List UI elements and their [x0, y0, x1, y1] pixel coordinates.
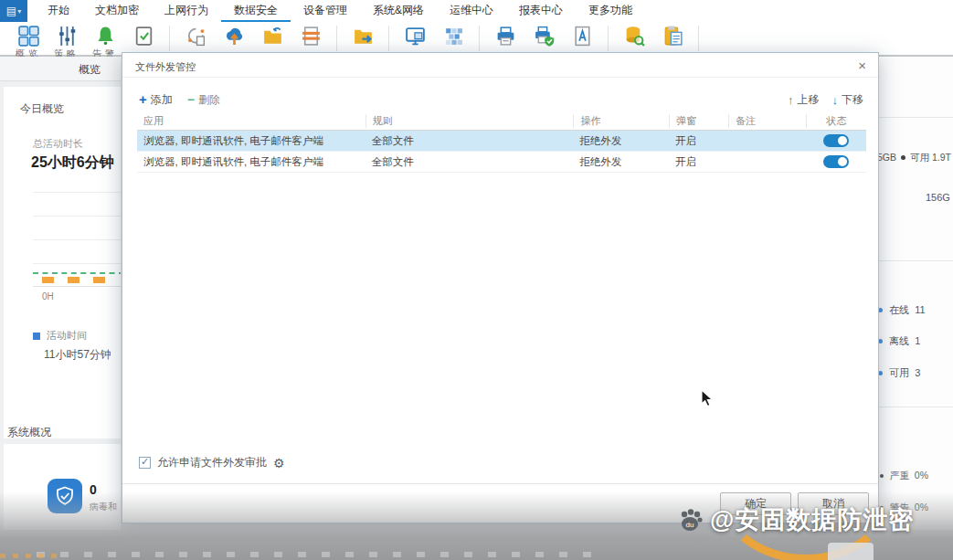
cell-rule: 全部文件	[365, 134, 574, 148]
shield-badge	[48, 479, 82, 513]
move-down-button[interactable]: ↓ 下移	[832, 92, 864, 108]
gear-icon[interactable]: ⚙	[273, 456, 285, 470]
add-button[interactable]: + 添加	[139, 92, 173, 108]
toolbar-separator	[608, 26, 609, 51]
dialog-title: 文件外发管控	[135, 60, 196, 74]
print-document-icon	[300, 25, 323, 48]
toolbar-data-discovery-button[interactable]	[615, 25, 653, 48]
printer-icon	[494, 25, 517, 48]
divider	[876, 260, 953, 261]
approval-task-icon	[132, 25, 155, 48]
toolbar-clipboard-button[interactable]	[653, 25, 692, 48]
column-header-remark[interactable]: 备注	[728, 114, 806, 128]
toolbar-policy-button[interactable]: 策略	[48, 25, 86, 60]
move-down-label: 下移	[842, 92, 863, 108]
dialog-titlebar[interactable]: 文件外发管控 ×	[122, 53, 878, 78]
column-header-app[interactable]: 应用	[137, 114, 365, 128]
toolbar-approval-button[interactable]	[124, 25, 163, 48]
chart-bar	[93, 277, 105, 283]
screen-watermark-icon	[404, 25, 427, 48]
menu-item-more-functions[interactable]: 更多功能	[576, 0, 645, 22]
status-toggle[interactable]	[823, 134, 849, 147]
chart-bar	[42, 277, 54, 283]
total-activity-value: 25小时6分钟	[31, 153, 114, 173]
menu-item-web-behavior[interactable]: 上网行为	[152, 0, 221, 22]
app-icon: ▤	[6, 5, 16, 17]
stat-available: 可用 3	[876, 366, 920, 380]
menu-item-data-security[interactable]: 数据安全	[221, 0, 291, 22]
menu-item-system-network[interactable]: 系统&网络	[360, 0, 437, 22]
toolbar-printer-button[interactable]	[486, 25, 524, 48]
toolbar-file-outgoing-button[interactable]	[344, 25, 382, 48]
approval-row: 允许申请文件外发审批 ⚙	[139, 455, 285, 470]
cell-popup: 开启	[669, 134, 728, 148]
cell-app: 浏览器, 即时通讯软件, 电子邮件客户端	[137, 134, 365, 148]
menu-item-device-management[interactable]: 设备管理	[291, 0, 360, 22]
stat-label: 离线	[889, 335, 909, 346]
ok-button[interactable]: 确定	[720, 492, 791, 515]
dialog-toolbar: + 添加 − 删除 ↑ 上移 ↓ 下移	[139, 90, 863, 109]
storage-value: 156G	[926, 192, 950, 203]
toolbar-cloud-upload-button[interactable]	[215, 25, 253, 48]
alert-bell-icon	[94, 25, 117, 48]
status-toggle[interactable]	[823, 155, 849, 168]
toolbar-overview-button[interactable]: 概览	[9, 25, 48, 60]
toolbar-print-control-button[interactable]	[291, 25, 330, 48]
stat-label: 在线	[889, 304, 909, 315]
legend-label: 活动时间	[47, 329, 87, 343]
legend-value: 11小时57分钟	[44, 347, 111, 363]
menu-item-report-center[interactable]: 报表中心	[506, 0, 576, 22]
sync-document-icon	[185, 25, 207, 48]
toolbar-mosaic-button[interactable]	[434, 25, 472, 48]
table-header-row: 应用 规则 操作 弹窗 备注 状态	[137, 111, 866, 131]
toolbar-separator	[698, 26, 699, 51]
divider	[876, 117, 953, 118]
menu-item-start[interactable]: 开始	[35, 0, 82, 22]
arrow-up-icon: ↑	[788, 93, 794, 107]
table-row[interactable]: 浏览器, 即时通讯软件, 电子邮件客户端 全部文件 拒绝外发 开启	[137, 152, 866, 173]
column-header-popup[interactable]: 弹窗	[669, 114, 728, 128]
table-row[interactable]: 浏览器, 即时通讯软件, 电子邮件客户端 全部文件 拒绝外发 开启	[137, 131, 866, 152]
disk-usage-line: 5GB可用 1.9T	[877, 152, 951, 164]
app-menu-button[interactable]: ▤▾	[0, 0, 27, 22]
column-header-rule[interactable]: 规则	[365, 114, 574, 128]
column-header-action[interactable]: 操作	[573, 114, 669, 128]
menu-item-doc-encryption[interactable]: 文档加密	[82, 0, 152, 22]
approval-checkbox[interactable]	[139, 457, 151, 469]
close-icon[interactable]: ×	[858, 58, 866, 73]
add-label: 添加	[151, 92, 173, 108]
cell-popup: 开启	[669, 155, 728, 169]
cell-rule: 全部文件	[365, 155, 574, 169]
policy-sliders-icon	[56, 25, 79, 48]
toolbar-printer-audit-button[interactable]	[524, 25, 563, 48]
column-header-status[interactable]: 状态	[806, 114, 866, 128]
chart-bar	[68, 277, 79, 283]
chart-axis-label: 0H	[42, 291, 54, 301]
chevron-down-icon: ▾	[17, 7, 21, 16]
toolbar-screen-watermark-button[interactable]	[396, 25, 434, 48]
stat-value: 1	[915, 335, 920, 346]
virus-count: 0	[90, 482, 97, 497]
menu-item-ops-center[interactable]: 运维中心	[437, 0, 506, 22]
move-up-button[interactable]: ↑ 上移	[788, 92, 820, 108]
tab-overview[interactable]: 概览	[79, 62, 101, 78]
clipped-orange-marks	[0, 554, 64, 558]
folder-outgoing-icon	[352, 25, 375, 48]
delete-label: 删除	[198, 92, 220, 108]
cancel-button[interactable]: 取消	[798, 492, 869, 515]
minus-icon: −	[187, 94, 195, 105]
toolbar-folder-restore-button[interactable]	[253, 25, 291, 48]
approval-label: 允许申请文件外发审批	[157, 455, 267, 470]
system-overview-card: 0 病毒和	[4, 444, 121, 530]
menu-bar: ▤▾ 开始 文档加密 上网行为 数据安全 设备管理 系统&网络 运维中心 报表中…	[0, 0, 953, 22]
virus-label: 病毒和	[90, 501, 117, 513]
toolbar-sync-button[interactable]	[176, 25, 215, 48]
clipped-text-marks	[37, 552, 603, 557]
folder-restore-icon	[261, 25, 284, 48]
toolbar-doc-watermark-button[interactable]	[563, 25, 601, 48]
clipboard-icon	[662, 25, 684, 48]
toolbar-separator	[169, 26, 170, 51]
toolbar-alert-button[interactable]: 告警	[86, 25, 124, 60]
delete-button[interactable]: − 删除	[187, 92, 220, 108]
cell-app: 浏览器, 即时通讯软件, 电子邮件客户端	[137, 155, 365, 169]
